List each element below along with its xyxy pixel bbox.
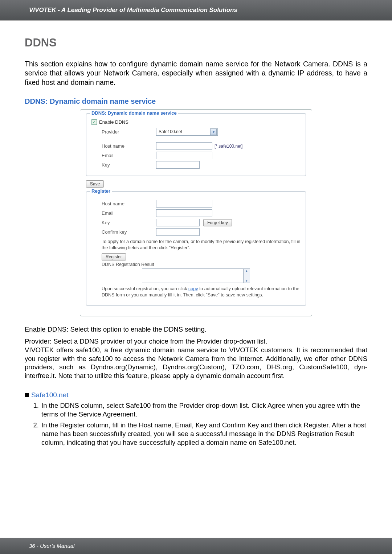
square-bullet-icon <box>25 393 29 397</box>
email-input[interactable] <box>156 152 212 159</box>
register-fieldset-legend: Register <box>90 188 112 194</box>
register-key-label: Key <box>102 220 156 225</box>
forget-key-button[interactable]: Forget key <box>203 219 232 226</box>
header-divider <box>29 26 392 26</box>
intro-paragraph: This section explains how to configure d… <box>25 59 367 87</box>
result-label: DDNS Registration Result <box>91 262 301 267</box>
enable-ddns-checkbox-row: ✓ Enable DDNS <box>91 119 301 125</box>
save-button[interactable]: Save <box>86 180 104 188</box>
scrollbar[interactable]: ▴▾ <box>244 268 250 283</box>
subsection-heading: DDNS: Dynamic domain name service <box>25 97 367 106</box>
page-header: VIVOTEK - A Leading Provider of Multimed… <box>0 0 392 21</box>
safe100-bullet-heading: Safe100.net <box>25 391 367 399</box>
provider-label: Provider <box>102 129 156 135</box>
hostname-suffix: [*.safe100.net] <box>215 144 242 149</box>
register-button[interactable]: Register <box>102 253 126 260</box>
chevron-down-icon: ▾ <box>210 128 217 135</box>
checkbox-checked-icon[interactable]: ✓ <box>91 119 97 125</box>
register-hostname-label: Host name <box>102 201 156 206</box>
settings-panel-screenshot: DDNS: Dynamic domain name service ✓ Enab… <box>80 109 312 316</box>
safe100-steps-list: In the DDNS column, select Safe100 from … <box>25 401 367 447</box>
enable-ddns-explanation: Enable DDNS: Select this option to enabl… <box>25 325 367 334</box>
provider-select[interactable]: Safe100.net ▾ <box>156 128 218 136</box>
safe100-heading-text: Safe100.net <box>31 391 68 399</box>
enable-ddns-label: Enable DDNS <box>99 119 128 125</box>
email-label: Email <box>102 153 156 158</box>
register-email-label: Email <box>102 210 156 216</box>
scroll-up-icon: ▴ <box>246 269 248 272</box>
success-instruction-text: Upon successful registration, you can cl… <box>91 286 301 298</box>
safe100-step-2: In the Register column, fill in the Host… <box>41 421 367 447</box>
confirm-key-input[interactable] <box>156 228 200 236</box>
provider-selected-value: Safe100.net <box>159 129 182 134</box>
register-fieldset: Register Host name Email Key Forget key <box>86 191 306 306</box>
copy-link[interactable]: copy <box>188 286 198 291</box>
provider-explanation-line1: Provider: Select a DDNS provider of your… <box>25 337 367 346</box>
apply-instruction-text: To apply for a domain name for the camer… <box>91 239 301 251</box>
result-textarea[interactable] <box>142 268 244 283</box>
register-email-input[interactable] <box>156 209 212 217</box>
ddns-fieldset-legend: DDNS: Dynamic domain name service <box>90 110 178 116</box>
key-label: Key <box>102 162 156 168</box>
safe100-step-1: In the DDNS column, select Safe100 from … <box>41 401 367 419</box>
section-title: DDNS <box>25 36 367 49</box>
hostname-input[interactable] <box>156 142 212 150</box>
page-footer: 36 - User's Manual <box>0 538 392 554</box>
hostname-label: Host name <box>102 143 156 149</box>
register-key-input[interactable] <box>156 219 200 226</box>
register-hostname-input[interactable] <box>156 200 212 208</box>
confirm-key-label: Confirm key <box>102 229 156 235</box>
key-input[interactable] <box>156 161 200 169</box>
provider-explanation-para: VIVOTEK offers safe100, a free dynamic d… <box>25 346 367 380</box>
scroll-down-icon: ▾ <box>246 279 248 283</box>
ddns-fieldset: DDNS: Dynamic domain name service ✓ Enab… <box>86 113 306 176</box>
